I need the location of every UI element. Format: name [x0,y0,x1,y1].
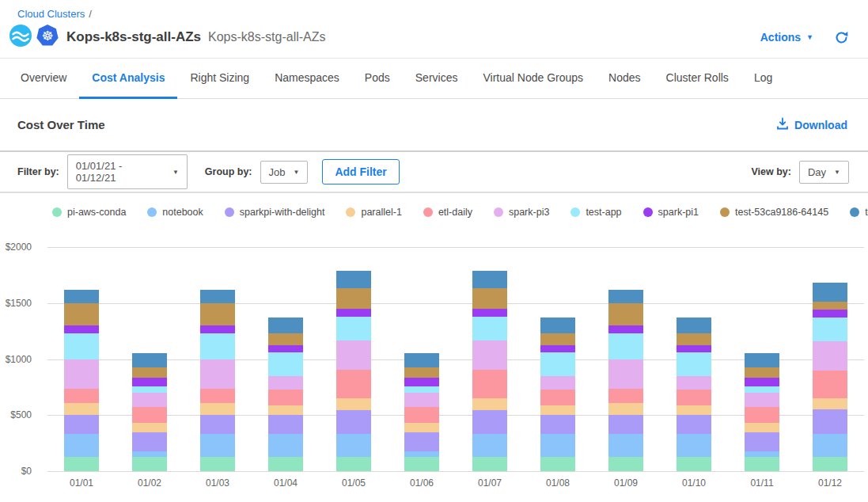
bar-segment-sparkpi-with-delight[interactable] [404,432,439,451]
bar-segment-test-pkix[interactable] [813,283,847,301]
bar-segment-spark-pi1[interactable] [540,345,575,352]
bar-segment-parallel-1[interactable] [132,423,167,432]
breadcrumb-link-cloud-clusters[interactable]: Cloud Clusters [17,8,85,20]
stacked-bar[interactable] [608,290,643,471]
bar-segment-spark-pi1[interactable] [132,378,167,386]
bar-segment-parallel-1[interactable] [404,423,439,432]
bar-segment-test-pkix[interactable] [404,353,439,367]
bar-segment-etl-daily[interactable] [540,390,575,405]
legend-item-spark-pi1[interactable]: spark-pi1 [643,207,699,218]
bar-segment-spark-pi1[interactable] [336,309,371,318]
bar-segment-spark-pi1[interactable] [813,310,847,318]
bar-segment-parallel-1[interactable] [677,405,711,416]
bar-segment-spark-pi3[interactable] [677,376,711,390]
bar-segment-sparkpi-with-delight[interactable] [745,432,779,451]
bar-segment-etl-daily[interactable] [268,390,303,405]
bar-segment-notebook[interactable] [268,434,303,456]
bar-segment-spark-pi3[interactable] [404,393,439,407]
bar-segment-parallel-1[interactable] [540,405,575,416]
legend-item-test-53ca9186-64145[interactable]: test-53ca9186-64145 [720,207,828,218]
bar-segment-pi-aws-conda[interactable] [472,457,507,471]
bar-segment-spark-pi1[interactable] [404,378,439,386]
tab-nodes[interactable]: Nodes [596,59,653,99]
bar-segment-sparkpi-with-delight[interactable] [608,415,643,434]
tab-virtual-node-groups[interactable]: Virtual Node Groups [470,59,596,99]
bar-segment-etl-daily[interactable] [132,407,167,423]
stacked-bar[interactable] [268,318,303,471]
stacked-bar[interactable] [404,353,439,471]
bar-segment-parallel-1[interactable] [268,405,303,416]
legend-item-notebook[interactable]: notebook [147,207,203,218]
bar-segment-spark-pi3[interactable] [336,340,371,370]
bar-segment-etl-daily[interactable] [813,371,847,398]
bar-segment-etl-daily[interactable] [472,370,507,398]
bar-segment-etl-daily[interactable] [336,370,371,398]
bar-segment-spark-pi3[interactable] [745,393,779,407]
tab-pods[interactable]: Pods [352,59,403,99]
stacked-bar[interactable] [200,290,235,471]
bar-segment-test-pkix[interactable] [608,290,643,303]
bar-segment-notebook[interactable] [336,434,371,456]
bar-segment-sparkpi-with-delight[interactable] [472,410,507,434]
bar-segment-spark-pi1[interactable] [472,309,507,318]
stacked-bar[interactable] [64,290,99,471]
bar-segment-spark-pi3[interactable] [540,376,575,390]
bar-segment-test-app[interactable] [64,333,99,359]
bar-segment-spark-pi3[interactable] [200,359,235,389]
bar-segment-sparkpi-with-delight[interactable] [336,410,371,434]
legend-item-etl-daily[interactable]: etl-daily [423,207,472,218]
bar-segment-pi-aws-conda[interactable] [404,457,439,471]
bar-segment-test-app[interactable] [132,386,167,393]
bar-segment-sparkpi-with-delight[interactable] [64,415,99,434]
bar-segment-test-pkix[interactable] [268,318,303,333]
bar-segment-pi-aws-conda[interactable] [540,457,575,471]
bar-segment-test-53ca9186-64145[interactable] [404,367,439,378]
bar-segment-test-pkix[interactable] [132,353,167,367]
bar-segment-test-pkix[interactable] [64,290,99,303]
bar-segment-test-pkix[interactable] [677,318,711,333]
bar-segment-sparkpi-with-delight[interactable] [268,415,303,434]
bar-segment-notebook[interactable] [200,434,235,456]
stacked-bar[interactable] [677,318,711,471]
bar-segment-etl-daily[interactable] [200,389,235,403]
bar-segment-etl-daily[interactable] [745,407,779,423]
bar-segment-pi-aws-conda[interactable] [64,457,99,471]
stacked-bar[interactable] [745,353,779,471]
legend-item-spark-pi3[interactable]: spark-pi3 [494,207,549,218]
bar-segment-test-pkix[interactable] [472,271,507,288]
stacked-bar[interactable] [336,271,371,471]
bar-segment-notebook[interactable] [472,434,507,456]
bar-segment-spark-pi3[interactable] [132,393,167,407]
bar-segment-test-53ca9186-64145[interactable] [472,288,507,309]
group-by-select[interactable]: Job ▼ [260,161,309,184]
bar-segment-spark-pi1[interactable] [677,345,711,352]
bar-segment-etl-daily[interactable] [64,389,99,403]
bar-segment-etl-daily[interactable] [608,389,643,403]
tab-overview[interactable]: Overview [8,59,79,99]
view-by-select[interactable]: Day ▼ [799,161,849,184]
bar-segment-notebook[interactable] [64,434,99,456]
bar-segment-test-app[interactable] [813,318,847,341]
legend-item-test-pkix[interactable]: test-pkix [850,207,868,218]
bar-segment-notebook[interactable] [745,451,779,457]
bar-segment-test-53ca9186-64145[interactable] [64,303,99,325]
bar-segment-parallel-1[interactable] [472,398,507,410]
bar-segment-test-53ca9186-64145[interactable] [677,333,711,345]
stacked-bar[interactable] [132,353,167,471]
bar-segment-test-app[interactable] [336,317,371,340]
bar-segment-spark-pi3[interactable] [813,341,847,371]
bar-segment-test-53ca9186-64145[interactable] [745,367,779,378]
bar-segment-sparkpi-with-delight[interactable] [132,432,167,451]
bar-segment-pi-aws-conda[interactable] [336,457,371,471]
bar-segment-parallel-1[interactable] [813,398,847,409]
bar-segment-notebook[interactable] [813,434,847,456]
bar-segment-test-pkix[interactable] [200,290,235,303]
download-button[interactable]: Download [776,117,847,132]
bar-segment-sparkpi-with-delight[interactable] [677,415,711,434]
add-filter-button[interactable]: Add Filter [322,159,399,184]
stacked-bar[interactable] [540,318,575,471]
bar-segment-spark-pi3[interactable] [268,376,303,390]
bar-segment-test-53ca9186-64145[interactable] [132,367,167,378]
tab-cluster-rolls[interactable]: Cluster Rolls [654,59,741,99]
bar-segment-pi-aws-conda[interactable] [608,457,643,471]
